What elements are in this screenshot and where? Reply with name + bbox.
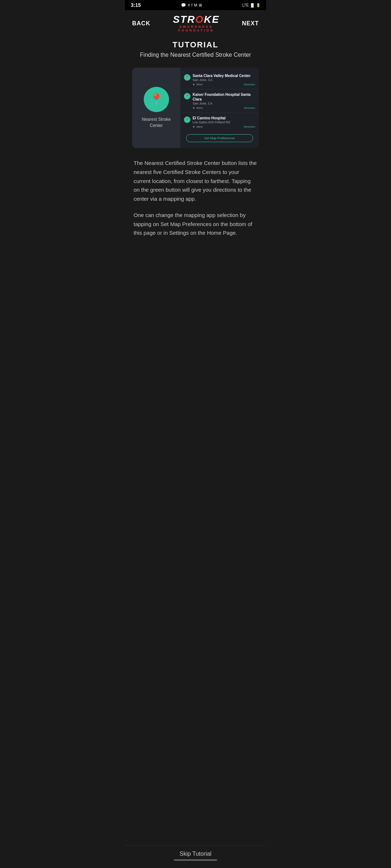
hospital-item-2: 📍 Kaiser Foundation Hospital Santa Clara… [180,89,259,113]
body-paragraph-1: The Nearest Certified Stroke Center butt… [134,159,257,204]
hospital-city-3: Los Gatos 815 Pollard Rd [193,120,255,124]
lte-icon: LTE [242,3,249,7]
nav-icon-1: ➤ [193,83,195,86]
hospital-info-2: Kaiser Foundation Hospital Santa Clara S… [193,92,255,110]
logo-foundation: FOUNDATION [178,29,214,32]
hospital-dist-2: ➤ 40mi [193,106,202,110]
nav-icon-2: ➤ [193,106,195,110]
signal-icon: ▐▌ [250,3,255,7]
hospital-dist-1: ➤ 32mi [193,83,202,86]
hospital-meta-3: ➤ 18mi Direction [193,125,255,128]
whatsapp-icon: 💬 [181,3,186,8]
hospital-item-3: 📍 El Camino Hospital Los Gatos 815 Polla… [180,113,259,131]
hospital-name-1: Santa Clara Valley Medical Center [193,73,255,78]
nearest-stroke-label: Nearest StrokeCenter [142,116,171,129]
preview-right-panel: 📍 Santa Clara Valley Medical Center San … [180,68,259,148]
battery-icon: 🔋 [256,3,260,7]
status-icons: 💬 # f M ⊞ [181,3,202,8]
hospital-pin-1: 📍 [184,74,190,81]
tutorial-subtitle: Finding the Nearest Certified Stroke Cen… [132,52,259,58]
logo-str: STR [173,14,195,25]
status-right-icons: LTE ▐▌ 🔋 [242,3,260,7]
preview-left-panel: 📍 Nearest StrokeCenter [132,68,180,148]
direction-btn-2[interactable]: Direction [244,106,255,110]
pin-icon-1: 📍 [185,76,189,79]
hospital-item-1: 📍 Santa Clara Valley Medical Center San … [180,71,259,89]
hospital-info-3: El Camino Hospital Los Gatos 815 Pollard… [193,116,255,128]
status-time: 3:15 [131,2,141,8]
hospital-name-3: El Camino Hospital [193,116,255,120]
body-paragraph-2: One can change the mapping app selection… [134,211,257,238]
hospital-name-2: Kaiser Foundation Hospital Santa Clara [193,92,255,102]
hospital-dist-3: ➤ 18mi [193,125,202,128]
hospital-meta-1: ➤ 32mi Direction [193,83,255,86]
header: BACK STROKE AWARENESS FOUNDATION NEXT [125,10,266,37]
title-area: TUTORIAL Finding the Nearest Certified S… [125,37,266,64]
pin-icon-3: 📍 [185,118,189,122]
preview-screenshot: 📍 Nearest StrokeCenter 📍 Santa Clara Val… [132,68,259,148]
set-map-preferences-button[interactable]: Set Map Preferences [186,134,253,142]
direction-btn-3[interactable]: Direction [244,125,255,128]
tutorial-label: TUTORIAL [132,40,259,50]
status-bar: 3:15 💬 # f M ⊞ LTE ▐▌ 🔋 [125,0,266,10]
hospital-city-2: San Jose, CA [193,102,255,105]
hospital-meta-2: ➤ 40mi Direction [193,106,255,110]
slack-icon: # [188,3,190,7]
pin-icon-2: 📍 [185,94,189,98]
direction-btn-1[interactable]: Direction [244,83,255,86]
hospital-city-1: San Jose, CA [193,78,255,82]
logo-stroke-text: STROKE [173,14,219,25]
hospital-pin-3: 📍 [184,116,190,123]
hospital-info-1: Santa Clara Valley Medical Center San Jo… [193,73,255,86]
map-pin-icon: 📍 [149,93,164,106]
logo-ke: KE [204,14,219,25]
logo-awareness: AWARENESS [179,25,213,29]
body-text: The Nearest Certified Stroke Center butt… [125,155,266,251]
facebook-icon: f [192,3,193,7]
nav-icon-3: ➤ [193,125,195,128]
hospital-pin-2: 📍 [184,93,190,99]
back-button[interactable]: BACK [132,20,150,27]
app-logo: STROKE AWARENESS FOUNDATION [173,14,219,32]
gmail-icon: M [194,3,197,7]
photos-icon: ⊞ [199,3,202,8]
logo-o: O [195,14,204,25]
map-pin-circle: 📍 [144,87,169,112]
next-button[interactable]: NEXT [242,20,259,27]
